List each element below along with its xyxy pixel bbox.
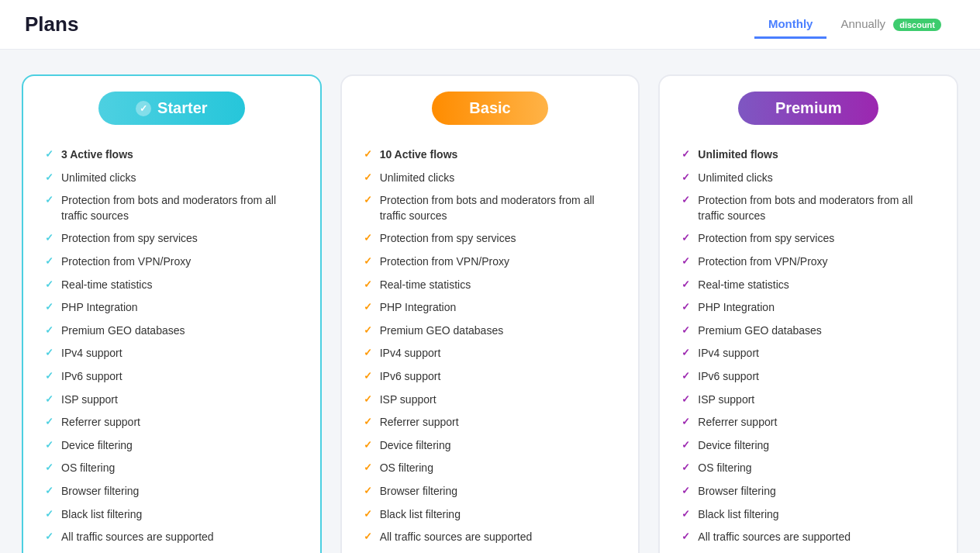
feature-text: OS filtering [698,461,751,476]
feature-item: ✓ Premium GEO databases [364,320,617,343]
check-icon: ✓ [364,232,372,244]
feature-text: 10 Active flows [380,147,458,163]
check-icon: ✓ [45,485,53,496]
feature-item: ✓ Protection from VPN/Proxy [682,251,935,274]
check-icon: ✓ [682,301,690,313]
feature-item: ✓ PHP Integration [45,296,298,320]
check-icon: ✓ [364,171,372,183]
feature-text: Premium GEO databases [698,323,822,339]
check-icon: ✓ [364,255,372,267]
feature-item: ✓ Device filtering [682,434,935,458]
feature-text: IPv6 support [698,369,759,385]
feature-item: ✓ Protection from VPN/Proxy [364,251,617,274]
feature-text: Protection from spy services [61,231,198,247]
feature-text: Black list filtering [698,507,778,523]
badge-check-icon: ✓ [136,101,151,116]
check-icon: ✓ [45,278,53,290]
feature-item: ✓ Premium GEO databases [682,320,935,343]
feature-item: ✓ Live support [45,549,298,553]
features-list: ✓ 3 Active flows ✓ Unlimited clicks ✓ Pr… [23,137,320,553]
check-icon: ✓ [45,301,53,313]
check-icon: ✓ [682,171,690,183]
check-icon: ✓ [45,232,53,244]
feature-text: IPv4 support [698,346,759,361]
feature-text: Unlimited clicks [61,171,136,186]
discount-badge: discount [893,19,941,31]
feature-text: Protection from spy services [380,231,516,247]
feature-item: ✓ Referrer support [364,411,617,434]
check-icon: ✓ [682,508,690,520]
feature-item: ✓ Protection from bots and moderators fr… [364,189,617,227]
feature-item: ✓ Protection from spy services [364,227,617,251]
check-icon: ✓ [45,148,53,160]
check-icon: ✓ [364,416,372,427]
feature-item: ✓ IPv6 support [682,365,935,389]
feature-item: ✓ OS filtering [45,457,298,480]
feature-text: 3 Active flows [61,147,133,163]
check-icon: ✓ [364,347,372,358]
feature-text: Protection from VPN/Proxy [61,254,191,270]
feature-text: IPv4 support [380,346,441,361]
feature-text: Device filtering [61,438,133,454]
billing-monthly[interactable]: Monthly [754,11,827,39]
feature-text: Real-time statistics [698,278,788,293]
feature-item: ✓ Device filtering [364,434,617,458]
feature-item: ✓ IPv4 support [364,342,617,365]
feature-text: All traffic sources are supported [61,530,214,545]
check-icon: ✓ [682,461,690,473]
check-icon: ✓ [682,232,690,244]
feature-text: PHP Integration [698,300,775,316]
feature-item: ✓ Referrer support [682,411,935,434]
check-icon: ✓ [364,194,372,206]
check-icon: ✓ [45,416,53,427]
feature-text: IPv6 support [380,369,441,385]
feature-item: ✓ Black list filtering [682,503,935,527]
check-icon: ✓ [364,393,372,405]
feature-text: Protection from bots and moderators from… [698,193,935,223]
feature-item: ✓ Protection from bots and moderators fr… [45,189,298,227]
check-icon: ✓ [682,278,690,290]
feature-item: ✓ ISP support [364,389,617,412]
check-icon: ✓ [45,531,53,542]
billing-annually[interactable]: Annually discount [826,11,955,39]
plan-name: Starter [157,99,207,117]
feature-item: ✓ Referrer support [45,411,298,434]
check-icon: ✓ [45,461,53,473]
plan-card-basic: Basic ✓ 10 Active flows ✓ Unlimited clic… [340,74,640,553]
check-icon: ✓ [45,324,53,336]
feature-text: Referrer support [380,415,459,430]
feature-text: PHP Integration [380,300,457,316]
feature-text: Black list filtering [380,507,461,523]
feature-text: ISP support [61,392,118,408]
feature-item: ✓ Real-time statistics [682,274,935,297]
feature-item: ✓ IPv4 support [45,342,298,365]
plan-header: Premium [660,76,957,137]
check-icon: ✓ [364,278,372,290]
feature-text: Protection from spy services [698,231,834,247]
feature-text: Unlimited clicks [698,171,772,186]
check-icon: ✓ [45,439,53,451]
check-icon: ✓ [682,194,690,206]
feature-item: ✓ Black list filtering [364,503,617,527]
check-icon: ✓ [682,485,690,496]
feature-text: Browser filtering [380,484,457,499]
feature-item: ✓ PHP Integration [364,296,617,320]
feature-item: ✓ Browser filtering [682,480,935,503]
plan-card-starter: ✓ Starter ✓ 3 Active flows ✓ Unlimited c… [22,74,322,553]
check-icon: ✓ [364,508,372,520]
plan-header: ✓ Starter [23,76,320,137]
check-icon: ✓ [364,485,372,496]
feature-item: ✓ IPv6 support [364,365,617,389]
check-icon: ✓ [682,324,690,336]
feature-text: Real-time statistics [61,278,152,293]
check-icon: ✓ [45,255,53,267]
billing-toggle: Monthly Annually discount [754,11,955,39]
feature-text: Protection from VPN/Proxy [380,254,509,270]
feature-text: Unlimited flows [698,147,778,163]
features-list: ✓ 10 Active flows ✓ Unlimited clicks ✓ P… [342,137,639,553]
feature-text: Unlimited clicks [380,171,454,186]
check-icon: ✓ [45,370,53,382]
feature-item: ✓ Browser filtering [364,480,617,503]
plan-name: Premium [775,99,842,117]
feature-item: ✓ Unlimited flows [682,143,935,167]
